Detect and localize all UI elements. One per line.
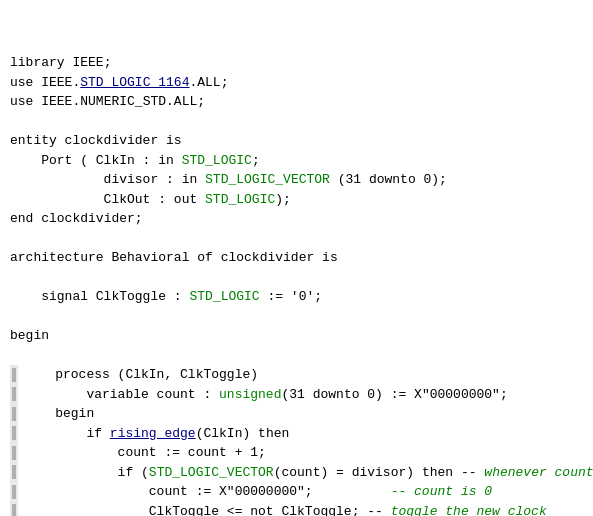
code-line: begin: [10, 404, 583, 424]
code-token: divisor :: [10, 172, 182, 187]
code-token: .ALL;: [189, 75, 228, 90]
code-token: (31: [330, 172, 369, 187]
code-token: [197, 192, 205, 207]
line-text: architecture Behavioral of clockdivider …: [10, 248, 583, 268]
code-token: IEEE.: [41, 75, 80, 90]
code-token: end: [10, 211, 41, 226]
code-token: architecture: [10, 250, 111, 265]
code-token: clockdivider: [65, 133, 166, 148]
line-text: [10, 268, 583, 288]
code-token: ;: [104, 55, 112, 70]
code-line: [10, 307, 583, 327]
code-token: 0);: [416, 172, 447, 187]
code-line: [10, 229, 583, 249]
code-line: end clockdivider;: [10, 209, 583, 229]
code-token: := '0';: [260, 289, 322, 304]
code-token: STD_LOGIC_1164: [80, 75, 189, 90]
line-text: [10, 346, 583, 366]
line-text: ClkToggle <= not ClkToggle; -- toggle th…: [24, 502, 583, 517]
code-token: (ClkIn): [196, 426, 258, 441]
code-line: Port ( ClkIn : in STD_LOGIC;: [10, 151, 583, 171]
code-token: use: [10, 75, 41, 90]
line-gutter-mark: [10, 443, 18, 463]
code-token: count := count + 1;: [24, 445, 266, 460]
code-token: [197, 172, 205, 187]
code-line: if (STD_LOGIC_VECTOR(count) = divisor) t…: [10, 463, 583, 483]
code-line: if rising_edge(ClkIn) then: [10, 424, 583, 444]
line-text: use IEEE.STD_LOGIC_1164.ALL;: [10, 73, 583, 93]
code-token: STD_LOGIC_VECTOR: [205, 172, 330, 187]
line-text: divisor : in STD_LOGIC_VECTOR (31 downto…: [10, 170, 583, 190]
code-token: ;: [252, 153, 260, 168]
code-token: if (: [24, 465, 149, 480]
code-token: [174, 153, 182, 168]
line-gutter-mark: [10, 385, 18, 405]
code-token: whenever count = divisor: [484, 465, 593, 480]
line-text: begin: [24, 404, 583, 424]
line-text: [10, 112, 583, 132]
code-line: [10, 346, 583, 366]
line-text: Port ( ClkIn : in STD_LOGIC;: [10, 151, 583, 171]
code-token: of: [197, 250, 220, 265]
code-token: --: [453, 465, 484, 480]
line-text: [10, 229, 583, 249]
code-token: out: [174, 192, 197, 207]
code-line: begin: [10, 326, 583, 346]
code-token: then: [422, 465, 453, 480]
code-token: 0) := X"00000000";: [360, 387, 508, 402]
code-token: Port ( ClkIn :: [10, 153, 158, 168]
line-text: [10, 307, 583, 327]
line-text: count := count + 1;: [24, 443, 583, 463]
code-token: );: [275, 192, 291, 207]
code-token: in: [158, 153, 174, 168]
line-text: process (ClkIn, ClkToggle): [24, 365, 583, 385]
code-token: is: [166, 133, 182, 148]
code-token: signal ClkToggle :: [10, 289, 189, 304]
code-token: process (ClkIn, ClkToggle): [24, 367, 258, 382]
code-token: IEEE: [72, 55, 103, 70]
code-line: use IEEE.NUMERIC_STD.ALL;: [10, 92, 583, 112]
code-token: (31: [281, 387, 312, 402]
code-token: STD_LOGIC: [205, 192, 275, 207]
code-token: library: [10, 55, 72, 70]
code-token: use: [10, 94, 41, 109]
code-token: begin: [10, 328, 49, 343]
code-token: STD_LOGIC: [182, 153, 252, 168]
code-token: in: [182, 172, 198, 187]
code-token: entity: [10, 133, 65, 148]
code-line: use IEEE.STD_LOGIC_1164.ALL;: [10, 73, 583, 93]
code-token: unsigned: [219, 387, 281, 402]
code-token: variable count :: [24, 387, 219, 402]
code-token: if: [24, 426, 110, 441]
code-line: variable count : unsigned(31 downto 0) :…: [10, 385, 583, 405]
line-gutter-mark: [10, 404, 18, 424]
code-token: clockdivider: [221, 250, 322, 265]
line-text: end clockdivider;: [10, 209, 583, 229]
code-token: then: [258, 426, 289, 441]
line-text: if rising_edge(ClkIn) then: [24, 424, 583, 444]
code-token: STD_LOGIC_VECTOR: [149, 465, 274, 480]
code-token: Behavioral: [111, 250, 197, 265]
code-token: ClkOut :: [10, 192, 174, 207]
code-token: begin: [24, 406, 94, 421]
code-token: rising_edge: [110, 426, 196, 441]
line-text: variable count : unsigned(31 downto 0) :…: [24, 385, 583, 405]
code-token: -- count is 0: [313, 484, 492, 499]
code-line: divisor : in STD_LOGIC_VECTOR (31 downto…: [10, 170, 583, 190]
code-token: ClkToggle; --: [274, 504, 391, 517]
code-line: count := count + 1;: [10, 443, 583, 463]
line-text: count := X"00000000"; -- count is 0: [24, 482, 583, 502]
code-line: count := X"00000000"; -- count is 0: [10, 482, 583, 502]
code-token: ClkToggle <=: [24, 504, 250, 517]
line-gutter-mark: [10, 463, 18, 483]
line-text: library IEEE;: [10, 53, 583, 73]
code-token: STD_LOGIC: [189, 289, 259, 304]
code-line: entity clockdivider is: [10, 131, 583, 151]
code-token: is: [322, 250, 338, 265]
code-token: count := X"00000000";: [24, 484, 313, 499]
line-text: ClkOut : out STD_LOGIC);: [10, 190, 583, 210]
code-line: ClkToggle <= not ClkToggle; -- toggle th…: [10, 502, 583, 517]
code-line: architecture Behavioral of clockdivider …: [10, 248, 583, 268]
line-gutter-mark: [10, 502, 18, 517]
code-token: downto: [369, 172, 416, 187]
